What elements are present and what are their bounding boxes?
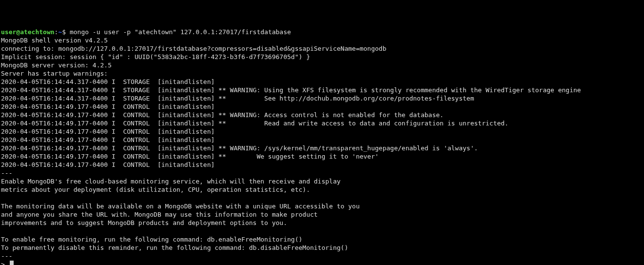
terminal-output: MongoDB shell version v4.2.5 connecting … (1, 37, 581, 260)
prompt-at: @ (16, 28, 20, 36)
prompt-dollar: $ (62, 28, 66, 36)
prompt-host: atechtown (20, 28, 54, 36)
prompt-user: user (1, 28, 16, 36)
cursor-icon (10, 261, 14, 265)
command-input[interactable]: mongo -u user -p "atechtown" 127.0.0.1:2… (70, 28, 291, 36)
mongo-shell-prompt[interactable]: > (1, 261, 5, 265)
